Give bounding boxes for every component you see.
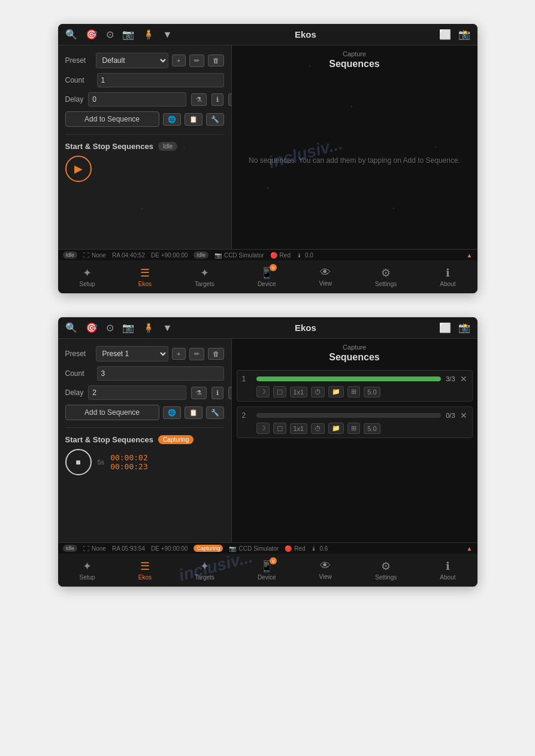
seq-1-close[interactable]: ✕ <box>460 374 467 384</box>
person-icon-2[interactable]: 🧍 <box>143 322 155 333</box>
ekos-icon-1: ☰ <box>140 266 150 280</box>
wrench-btn-2[interactable]: 🔧 <box>206 406 224 419</box>
camera-icon[interactable]: 📷 <box>122 29 134 40</box>
de-status-1: DE +90:00:00 <box>151 252 188 259</box>
circle-icon[interactable]: ⊙ <box>106 29 114 40</box>
right-panel-1: Capture Sequences No sequences. You can … <box>232 45 477 249</box>
top-bar-right-1: ⬜ 📸 <box>439 29 470 40</box>
count-row: Count <box>65 73 224 87</box>
camera-outline-icon-2[interactable]: 📸 <box>458 322 470 333</box>
delay-filter-btn-2[interactable]: ⚗ <box>191 387 207 399</box>
list-btn-2[interactable]: 📋 <box>185 406 202 419</box>
delay-input[interactable] <box>88 92 186 107</box>
device-badge-count-1: 0 <box>270 264 277 271</box>
nav-setup-2[interactable]: ✦ Setup <box>72 557 102 583</box>
nav-view-2[interactable]: 👁 View <box>312 557 340 583</box>
target-icon-2[interactable]: 🎯 <box>86 322 98 333</box>
preset-label-2: Preset <box>65 350 92 358</box>
view-label-2: View <box>319 573 333 580</box>
nav-device-2[interactable]: 📱 0 Device <box>250 557 283 583</box>
filter-icon[interactable]: ▼ <box>163 29 173 40</box>
preset-select-2[interactable]: Preset 1 <box>96 346 169 362</box>
nav-ekos-2[interactable]: ☰ Ekos <box>131 557 159 583</box>
seq-1-val: 5.0 <box>364 387 380 397</box>
play-button-1[interactable]: ▶ <box>65 156 92 182</box>
settings-label-1: Settings <box>375 281 397 287</box>
seq-2-icon-1x1: 1x1 <box>290 423 308 434</box>
count-input-2[interactable] <box>97 366 224 381</box>
timer-values: 00:00:02 00:00:23 <box>110 453 148 471</box>
square-icon[interactable]: ⬜ <box>439 29 451 40</box>
camera-outline-icon[interactable]: 📸 <box>458 29 470 40</box>
filter-icon-2[interactable]: ▼ <box>163 323 173 333</box>
nav-about-1[interactable]: ℹ About <box>433 264 463 290</box>
right-panel-2: Capture Sequences 1 3/3 ✕ <box>232 339 477 542</box>
camera-icon-2[interactable]: 📷 <box>122 322 134 333</box>
main-content-2: Preset Preset 1 + ✏ 🗑 Count Delay <box>58 339 477 542</box>
preset-select[interactable]: Default <box>96 53 169 68</box>
nav-settings-1[interactable]: ⚙ Settings <box>368 264 404 290</box>
nav-device-1[interactable]: 📱 0 Device <box>250 264 283 290</box>
play-btn-container: ▶ <box>65 156 224 182</box>
seq-2-val: 5.0 <box>364 423 380 434</box>
add-to-sequence-btn[interactable]: Add to Sequence <box>65 111 159 127</box>
preset-delete-btn[interactable]: 🗑 <box>208 54 224 66</box>
about-label-1: About <box>440 281 455 287</box>
mount-status-2: ⛶ None <box>83 545 106 552</box>
seq-1-num: 1 <box>242 375 252 383</box>
seq-1-header: 1 3/3 ✕ <box>242 374 467 384</box>
preset-add-btn[interactable]: + <box>172 54 185 66</box>
preset-add-btn-2[interactable]: + <box>172 348 185 360</box>
nav-view-1[interactable]: 👁 View <box>312 264 340 290</box>
expand-btn-1[interactable]: ▲ <box>467 252 473 259</box>
nav-targets-2[interactable]: ✦ Targets <box>188 557 222 583</box>
circle-icon-2[interactable]: ⊙ <box>106 322 114 333</box>
nav-ekos-1[interactable]: ☰ Ekos <box>131 264 159 290</box>
capture-label-2: Capture <box>239 344 470 351</box>
app-title-1: Ekos <box>180 29 430 40</box>
seq-1-icon-folder: 📁 <box>328 386 344 397</box>
add-to-sequence-btn-2[interactable]: Add to Sequence <box>65 405 159 420</box>
globe-btn[interactable]: 🌐 <box>163 113 181 126</box>
seq-1-icon-frame: ▢ <box>273 386 286 397</box>
nav-setup-1[interactable]: ✦ Setup <box>72 264 102 290</box>
count-input[interactable] <box>97 73 224 87</box>
expand-btn-2[interactable]: ▲ <box>467 545 473 552</box>
seq-2-icon-frame: ▢ <box>273 423 286 434</box>
stop-button-2[interactable]: ■ <box>65 449 92 475</box>
ra-status-2: RA 05:93:54 <box>112 545 145 552</box>
nav-settings-2[interactable]: ⚙ Settings <box>368 557 404 583</box>
nav-bar-1: ✦ Setup ☰ Ekos ✦ Targets 📱 0 Device 👁 Vi <box>58 260 477 293</box>
delay-info-btn-2[interactable]: ℹ <box>211 387 223 399</box>
seq-2-icon-folder: 📁 <box>328 423 344 434</box>
globe-btn-2[interactable]: 🌐 <box>163 406 181 419</box>
person-icon[interactable]: 🧍 <box>143 29 155 40</box>
search-icon[interactable]: 🔍 <box>65 29 77 40</box>
seq-2-close[interactable]: ✕ <box>460 411 467 420</box>
status-bar-1: Idle ⛶ None RA 04:40:52 DE +90:00:00 Idl… <box>58 249 477 260</box>
ekos-label-2: Ekos <box>138 574 152 581</box>
wrench-btn[interactable]: 🔧 <box>206 113 224 126</box>
delay-input-2[interactable] <box>88 385 186 400</box>
delay-info-btn[interactable]: ℹ <box>211 93 223 106</box>
list-btn[interactable]: 📋 <box>185 113 202 126</box>
status-badge-2: Capturing <box>158 435 194 444</box>
search-icon-2[interactable]: 🔍 <box>65 322 77 333</box>
square-icon-2[interactable]: ⬜ <box>439 322 451 333</box>
preset-delete-btn-2[interactable]: 🗑 <box>208 348 224 360</box>
timer-label: 5s <box>98 459 105 466</box>
nav-about-2[interactable]: ℹ About <box>433 557 463 583</box>
about-icon-2: ℹ <box>446 560 450 573</box>
capturing-badge: Capturing <box>194 545 223 552</box>
seq-2-count: 0/3 <box>446 412 455 419</box>
ra-status-1: RA 04:40:52 <box>112 252 145 259</box>
delay-filter-btn[interactable]: ⚗ <box>191 93 207 106</box>
top-bar-right-2: ⬜ 📸 <box>439 322 470 333</box>
right-panel-header-2: Capture Sequences <box>232 339 477 365</box>
preset-edit-btn[interactable]: ✏ <box>189 54 204 67</box>
preset-edit-btn-2[interactable]: ✏ <box>189 348 204 360</box>
nav-targets-1[interactable]: ✦ Targets <box>188 264 222 290</box>
idle-badge-3: Idle <box>63 545 78 552</box>
target-icon[interactable]: 🎯 <box>86 29 98 40</box>
sequences-title-2: Sequences <box>239 352 470 363</box>
